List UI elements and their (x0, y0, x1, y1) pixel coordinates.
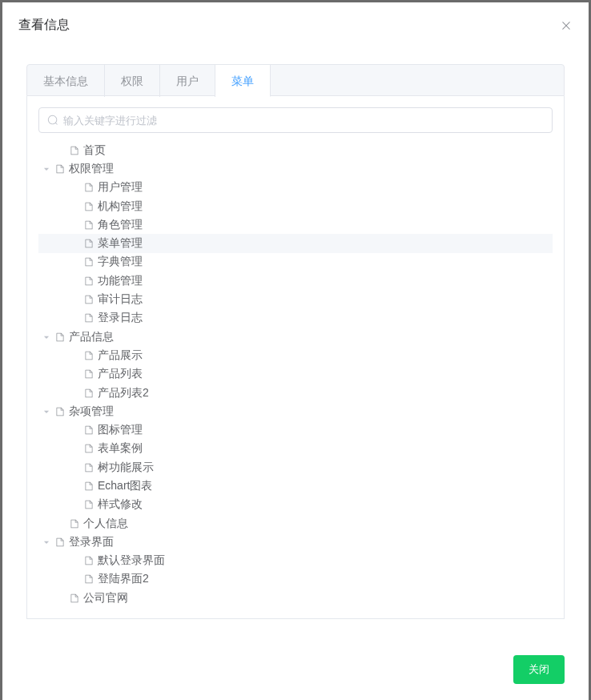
tree-node[interactable]: 字典管理 (38, 253, 553, 272)
tree-node-label: 登陆界面2 (98, 572, 149, 586)
document-icon (83, 256, 94, 268)
document-icon (83, 219, 94, 231)
document-icon (83, 294, 94, 305)
caret-down-icon[interactable] (42, 164, 51, 174)
document-icon (54, 163, 66, 175)
document-icon (69, 145, 80, 156)
tree-node-label: 树功能展示 (98, 461, 154, 475)
tree-node[interactable]: 默认登录界面 (38, 552, 553, 570)
document-icon (83, 555, 94, 566)
document-icon (83, 499, 94, 510)
tree-node[interactable]: 产品展示 (38, 346, 553, 364)
tree-node[interactable]: 产品列表2 (38, 384, 553, 402)
close-button[interactable]: 关闭 (513, 655, 565, 684)
document-icon (83, 238, 94, 249)
tree-node-label: 用户管理 (98, 180, 143, 195)
document-icon (83, 201, 94, 212)
document-icon (83, 350, 94, 361)
tree-node-label: 公司官网 (83, 591, 128, 605)
tree-node[interactable]: 图标管理 (38, 420, 553, 439)
tree-node[interactable]: 权限管理 (38, 159, 553, 178)
document-icon (54, 406, 66, 417)
modal-title: 查看信息 (18, 17, 70, 34)
tree-node[interactable]: 产品列表 (38, 365, 553, 384)
close-icon-button[interactable] (560, 19, 573, 32)
search-box[interactable] (38, 107, 553, 133)
tree-node-label: 登录界面 (69, 535, 114, 549)
caret-down-icon[interactable] (42, 407, 51, 416)
tree-node-label: 图标管理 (98, 423, 143, 437)
tree-node-label: 字典管理 (98, 255, 143, 269)
tab-content-menu: 首页权限管理用户管理机构管理角色管理菜单管理字典管理功能管理审计日志登录日志产品… (26, 96, 565, 619)
menu-tree: 首页权限管理用户管理机构管理角色管理菜单管理字典管理功能管理审计日志登录日志产品… (38, 141, 553, 607)
modal-body: 基本信息权限用户菜单 首页权限管理用户管理机构管理角色管理菜单管理字典管理功能管… (2, 48, 589, 646)
document-icon (83, 443, 94, 454)
tab-1[interactable]: 权限 (105, 65, 160, 97)
tree-node-label: 产品信息 (69, 330, 114, 344)
tab-bar: 基本信息权限用户菜单 (26, 64, 565, 96)
tree-node[interactable]: 产品信息 (38, 328, 553, 346)
document-icon (83, 481, 94, 492)
tree-node[interactable]: 树功能展示 (38, 458, 553, 477)
tab-3[interactable]: 菜单 (215, 65, 271, 97)
tree-node[interactable]: 审计日志 (38, 290, 553, 308)
tree-node-label: 机构管理 (98, 199, 143, 214)
tree-node-label: 个人信息 (83, 517, 128, 531)
tree-node[interactable]: 表单案例 (38, 440, 553, 458)
tree-node[interactable]: 登录界面 (38, 533, 553, 551)
tree-node-label: 菜单管理 (98, 236, 143, 251)
tree-node[interactable]: Echart图表 (38, 477, 553, 495)
document-icon (69, 518, 80, 529)
tree-node-label: Echart图表 (98, 479, 152, 493)
document-icon (54, 332, 66, 343)
document-icon (83, 368, 94, 380)
tree-node[interactable]: 登陆界面2 (38, 570, 553, 589)
tree-node-label: 审计日志 (98, 292, 143, 307)
tree-node[interactable]: 用户管理 (38, 179, 553, 197)
tree-node[interactable]: 机构管理 (38, 197, 553, 215)
modal-dialog: 查看信息 基本信息权限用户菜单 首页权限管理用户管理机构管理角色管理菜单管理字典… (2, 2, 589, 700)
document-icon (83, 424, 94, 436)
document-icon (83, 388, 94, 399)
tree-node[interactable]: 角色管理 (38, 215, 553, 234)
modal-header: 查看信息 (2, 2, 589, 48)
document-icon (83, 312, 94, 324)
tree-node-label: 默认登录界面 (98, 553, 165, 568)
tree-node-label: 首页 (83, 143, 106, 158)
caret-down-icon[interactable] (42, 332, 51, 342)
document-icon (69, 593, 80, 604)
tree-node[interactable]: 首页 (38, 141, 553, 159)
tree-node-label: 表单案例 (98, 441, 143, 456)
tree-node-label: 产品展示 (98, 348, 143, 363)
tree-node[interactable]: 登录日志 (38, 309, 553, 328)
search-input[interactable] (63, 115, 544, 127)
tree-node-label: 角色管理 (98, 218, 143, 232)
caret-down-icon[interactable] (42, 537, 51, 547)
tab-0[interactable]: 基本信息 (27, 65, 105, 97)
tree-node-label: 杂项管理 (69, 404, 114, 419)
tree-node-label: 功能管理 (98, 274, 143, 288)
modal-footer: 关闭 (2, 646, 589, 700)
tree-node-label: 产品列表 (98, 367, 143, 381)
tree-node[interactable]: 个人信息 (38, 514, 553, 533)
close-icon (560, 19, 573, 32)
document-icon (54, 537, 66, 548)
document-icon (83, 462, 94, 473)
document-icon (83, 182, 94, 193)
tree-node-label: 样式修改 (98, 497, 143, 512)
tree-node-label: 权限管理 (69, 162, 114, 176)
document-icon (83, 276, 94, 287)
tree-node-label: 登录日志 (98, 311, 143, 325)
tree-node[interactable]: 功能管理 (38, 272, 553, 290)
tree-node[interactable]: 公司官网 (38, 589, 553, 607)
document-icon (83, 573, 94, 585)
tree-node[interactable]: 杂项管理 (38, 402, 553, 420)
search-icon (47, 115, 58, 126)
tree-node-label: 产品列表2 (98, 386, 149, 400)
tree-node[interactable]: 菜单管理 (38, 234, 553, 252)
tab-2[interactable]: 用户 (160, 65, 215, 97)
tree-node[interactable]: 样式修改 (38, 496, 553, 514)
